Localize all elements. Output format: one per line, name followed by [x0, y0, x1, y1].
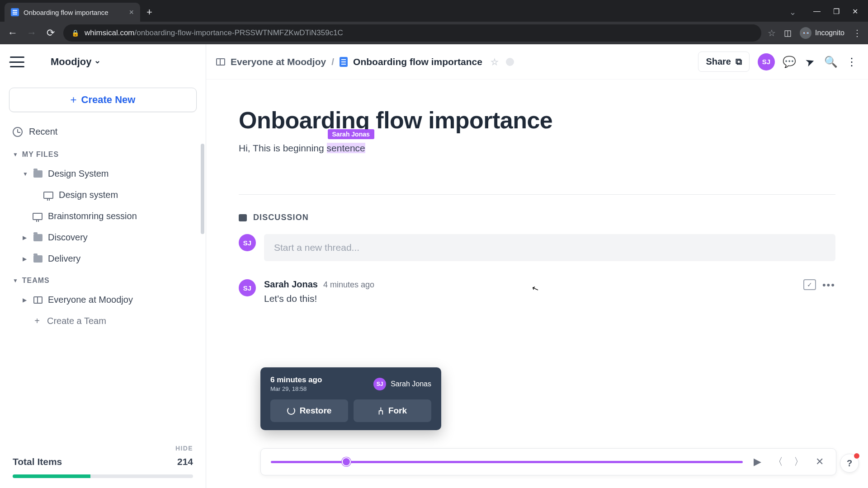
- version-author-avatar: SJ: [373, 378, 386, 390]
- folder-icon: [33, 234, 42, 241]
- tab-search-icon[interactable]: ⌄: [789, 7, 796, 17]
- team-everyone[interactable]: ▶ Everyone at Moodjoy: [0, 289, 206, 310]
- timeline-play-button[interactable]: ▶: [751, 456, 764, 468]
- document-header: Everyone at Moodjoy / Onboarding flow im…: [206, 44, 868, 80]
- sidebar-section-teams[interactable]: ▼ TEAMS: [0, 269, 206, 289]
- timeline-handle[interactable]: [342, 457, 351, 466]
- caret-right-icon: ▶: [23, 297, 28, 303]
- new-tab-button[interactable]: +: [146, 6, 152, 18]
- tab-title: Onboarding flow importance: [24, 9, 108, 16]
- folder-delivery[interactable]: ▶ Delivery: [0, 248, 206, 269]
- text-segment: Hi, This is beginning: [239, 143, 327, 153]
- file-label: Brainstomring session: [48, 211, 137, 221]
- file-design-system[interactable]: Design system: [0, 184, 206, 206]
- document-icon: [340, 57, 348, 67]
- collaborator-cursor-tag: Sarah Jonas: [328, 129, 374, 139]
- total-items-value: 214: [177, 456, 193, 467]
- lock-icon: 🔒: [71, 29, 79, 37]
- create-team-button[interactable]: + Create a Team: [0, 310, 206, 332]
- sidebar-item-recent[interactable]: Recent: [0, 120, 206, 143]
- extensions-icon[interactable]: ◫: [784, 28, 792, 38]
- timeline-close-button[interactable]: ✕: [813, 456, 826, 468]
- timeline-track[interactable]: [271, 461, 743, 463]
- caret-right-icon: ▶: [23, 256, 28, 262]
- folder-discovery[interactable]: ▶ Discovery: [0, 227, 206, 248]
- browser-address-bar: ← → ⟳ 🔒 whimsical.com/onboarding-flow-im…: [0, 22, 868, 44]
- bookmark-star-icon[interactable]: ☆: [768, 28, 776, 38]
- comments-icon[interactable]: 💬: [783, 56, 796, 68]
- team-label: Everyone at Moodjoy: [48, 295, 133, 305]
- breadcrumb-separator: /: [331, 56, 334, 67]
- timeline-prev-button[interactable]: 〈: [772, 455, 784, 469]
- browser-reload-button[interactable]: ⟳: [44, 27, 57, 39]
- share-label: Share: [706, 56, 731, 67]
- browser-menu-icon[interactable]: ⋮: [853, 28, 862, 38]
- browser-tab-strip: Onboarding flow importance × + ⌄ — ❐ ✕: [0, 0, 868, 22]
- comment-author: Sarah Jonas: [264, 279, 318, 290]
- clock-icon: [13, 127, 23, 137]
- team-icon: [216, 58, 225, 66]
- sidebar-collapse-button[interactable]: [10, 56, 24, 67]
- create-new-button[interactable]: + Create New: [9, 88, 197, 112]
- board-icon: [33, 213, 42, 220]
- send-icon[interactable]: ➤: [802, 54, 818, 70]
- breadcrumb: Everyone at Moodjoy / Onboarding flow im…: [216, 56, 514, 67]
- caret-right-icon: ▶: [23, 235, 28, 241]
- version-history-popover: 6 minutes ago Mar 29, 18:58 SJ Sarah Jon…: [260, 367, 441, 430]
- share-icon: ⧉: [736, 56, 742, 67]
- hide-button[interactable]: HIDE: [13, 445, 193, 452]
- incognito-badge: 👓 Incognito: [800, 27, 844, 39]
- help-button[interactable]: ?: [840, 454, 859, 473]
- comment-more-icon[interactable]: •••: [822, 279, 835, 291]
- workspace-selector[interactable]: Moodjoy: [51, 56, 101, 68]
- version-time-absolute: Mar 29, 18:58: [270, 385, 322, 392]
- sidebar-section-my-files[interactable]: ▼ MY FILES: [0, 143, 206, 163]
- sidebar-scrollbar[interactable]: [201, 144, 204, 234]
- breadcrumb-root[interactable]: Everyone at Moodjoy: [231, 56, 326, 67]
- version-author-name: Sarah Jonas: [391, 380, 431, 388]
- tab-close-icon[interactable]: ×: [129, 8, 134, 17]
- more-menu-icon[interactable]: ⋮: [845, 56, 858, 68]
- document-text[interactable]: Hi, This is beginning sentence Sarah Jon…: [239, 143, 365, 154]
- browser-url-field[interactable]: 🔒 whimsical.com/onboarding-flow-importan…: [63, 24, 761, 42]
- window-maximize-icon[interactable]: ❐: [833, 7, 840, 17]
- browser-tab[interactable]: Onboarding flow importance ×: [5, 3, 140, 22]
- folder-label: Discovery: [48, 232, 88, 243]
- file-brainstorming[interactable]: Brainstomring session: [0, 206, 206, 227]
- new-thread-input[interactable]: Start a new thread...: [264, 234, 835, 261]
- restore-label: Restore: [300, 406, 332, 416]
- divider: [239, 194, 835, 195]
- fork-icon: [378, 405, 384, 417]
- recent-label: Recent: [29, 127, 57, 137]
- share-button[interactable]: Share ⧉: [698, 52, 750, 72]
- tab-favicon: [11, 8, 19, 16]
- browser-forward-button: →: [25, 27, 38, 39]
- sidebar: Moodjoy + Create New Recent ▼ MY FILES ▼…: [0, 44, 206, 488]
- folder-label: Design System: [48, 169, 109, 179]
- browser-back-button[interactable]: ←: [6, 27, 19, 39]
- create-team-label: Create a Team: [47, 316, 106, 326]
- file-label: Design system: [59, 190, 118, 200]
- breadcrumb-document[interactable]: Onboarding flow importance: [353, 56, 482, 67]
- comment-text: Let's do this!: [264, 293, 835, 304]
- usage-progress: [13, 474, 193, 478]
- version-time-relative: 6 minutes ago: [270, 375, 322, 385]
- main-content: Everyone at Moodjoy / Onboarding flow im…: [206, 44, 868, 488]
- caret-down-icon: ▼: [23, 171, 28, 177]
- sync-status-icon: [506, 58, 514, 66]
- window-minimize-icon[interactable]: —: [813, 7, 821, 17]
- restore-button[interactable]: Restore: [270, 399, 348, 422]
- comment-timestamp: 4 minutes ago: [323, 280, 374, 290]
- timeline-next-button[interactable]: 〉: [793, 455, 805, 469]
- folder-design-system[interactable]: ▼ Design System: [0, 163, 206, 184]
- fork-button[interactable]: Fork: [354, 399, 431, 422]
- resolve-comment-icon[interactable]: ✓: [803, 279, 816, 290]
- incognito-icon: 👓: [800, 27, 811, 39]
- plus-icon: +: [71, 94, 77, 106]
- favorite-star-icon[interactable]: ☆: [491, 56, 499, 67]
- caret-down-icon: ▼: [13, 277, 19, 284]
- fork-label: Fork: [388, 406, 407, 416]
- window-close-icon[interactable]: ✕: [852, 7, 858, 17]
- search-icon[interactable]: 🔍: [825, 56, 837, 68]
- user-avatar[interactable]: SJ: [758, 53, 775, 70]
